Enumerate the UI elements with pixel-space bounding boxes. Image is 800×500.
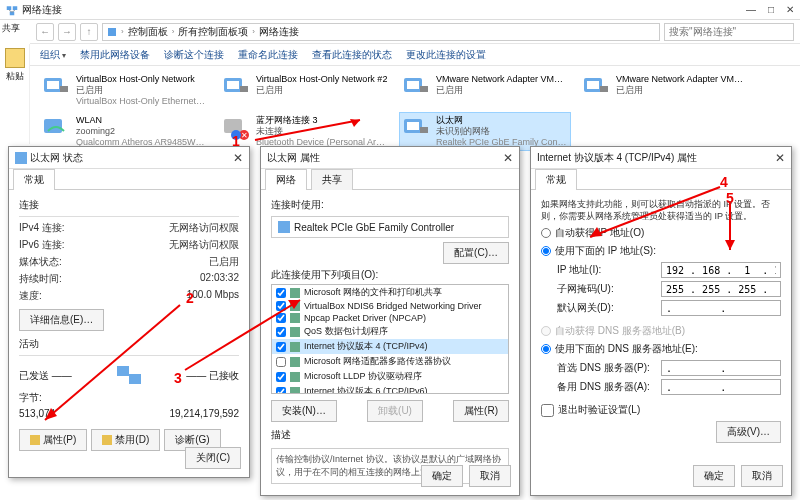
svg-rect-0 bbox=[7, 6, 12, 10]
tab-general[interactable]: 常规 bbox=[13, 169, 55, 190]
adapter-icon bbox=[222, 74, 250, 102]
adapter-icon bbox=[582, 74, 610, 102]
back-button[interactable]: ← bbox=[36, 23, 54, 41]
cancel-button[interactable]: 取消 bbox=[741, 465, 783, 487]
maximize-button[interactable]: □ bbox=[768, 4, 774, 15]
tab-sharing[interactable]: 共享 bbox=[311, 169, 353, 190]
subnet-mask-input[interactable] bbox=[661, 281, 781, 297]
recv-bytes: 19,214,179,592 bbox=[169, 408, 239, 419]
bluetooth-icon: ✕ bbox=[222, 115, 250, 143]
toolbar-change[interactable]: 更改此连接的设置 bbox=[406, 48, 486, 62]
svg-rect-32 bbox=[290, 288, 300, 298]
left-clipboard-panel: 粘贴 bbox=[0, 44, 30, 144]
paste-icon[interactable] bbox=[5, 48, 25, 68]
ok-button[interactable]: 确定 bbox=[421, 465, 463, 487]
minimize-button[interactable]: — bbox=[746, 4, 756, 15]
adapter-item[interactable]: VirtualBox Host-Only Network #2已启用 bbox=[220, 72, 390, 109]
organize-menu[interactable]: 组织 bbox=[40, 48, 66, 62]
tab-general[interactable]: 常规 bbox=[535, 169, 577, 190]
up-button[interactable]: ↑ bbox=[80, 23, 98, 41]
svg-rect-7 bbox=[47, 81, 59, 89]
svg-rect-31 bbox=[278, 221, 290, 233]
close-button[interactable]: ✕ bbox=[786, 4, 794, 15]
svg-rect-17 bbox=[600, 86, 608, 92]
tab-network[interactable]: 网络 bbox=[265, 169, 307, 190]
toolbar-rename[interactable]: 重命名此连接 bbox=[238, 48, 298, 62]
adapter-item[interactable]: VMware Network Adapter VMnet8已启用 bbox=[580, 72, 750, 109]
close-icon[interactable]: ✕ bbox=[503, 151, 513, 165]
activity-icon bbox=[115, 364, 143, 388]
svg-point-22 bbox=[231, 130, 241, 140]
nic-icon bbox=[278, 221, 290, 233]
svg-text:✕: ✕ bbox=[241, 131, 248, 140]
close-icon[interactable]: ✕ bbox=[233, 151, 243, 165]
svg-rect-19 bbox=[224, 119, 242, 133]
adapter-item-ethernet[interactable]: 以太网未识别的网络Realtek PCIe GbE Family Contr… bbox=[400, 113, 570, 150]
forward-button[interactable]: → bbox=[58, 23, 76, 41]
svg-rect-26 bbox=[15, 152, 27, 164]
svg-rect-37 bbox=[290, 357, 300, 367]
ok-button[interactable]: 确定 bbox=[693, 465, 735, 487]
svg-rect-8 bbox=[60, 86, 68, 92]
tcpipv4-item: Internet 协议版本 4 (TCP/IPv4) bbox=[272, 339, 508, 354]
svg-rect-5 bbox=[108, 28, 116, 36]
uninstall-button[interactable]: 卸载(U) bbox=[367, 400, 423, 422]
adapter-icon bbox=[402, 74, 430, 102]
dns2-input[interactable] bbox=[661, 379, 781, 395]
close-button[interactable]: 关闭(C) bbox=[185, 447, 241, 469]
advanced-button[interactable]: 高级(V)… bbox=[716, 421, 781, 443]
svg-rect-30 bbox=[102, 435, 112, 445]
svg-rect-10 bbox=[227, 81, 239, 89]
svg-rect-34 bbox=[290, 313, 300, 323]
svg-rect-25 bbox=[420, 127, 428, 133]
details-button[interactable]: 详细信息(E)… bbox=[19, 309, 104, 331]
use-ip-radio[interactable] bbox=[541, 246, 551, 256]
cancel-button[interactable]: 取消 bbox=[469, 465, 511, 487]
use-dns-radio[interactable] bbox=[541, 344, 551, 354]
item-properties-button[interactable]: 属性(R) bbox=[453, 400, 509, 422]
svg-rect-13 bbox=[407, 81, 419, 89]
adapter-item[interactable]: VMware Network Adapter VMnet1已启用 bbox=[400, 72, 570, 109]
share-tab[interactable]: 共享 bbox=[2, 22, 20, 35]
window-title: 网络连接 bbox=[22, 3, 62, 17]
gateway-input[interactable] bbox=[661, 300, 781, 316]
network-icon bbox=[6, 4, 18, 16]
install-button[interactable]: 安装(N)… bbox=[271, 400, 337, 422]
svg-rect-24 bbox=[407, 122, 419, 130]
protocol-list[interactable]: Microsoft 网络的文件和打印机共享 VirtualBox NDIS6 B… bbox=[271, 284, 509, 394]
adapter-icon bbox=[42, 74, 70, 102]
search-input[interactable] bbox=[664, 23, 794, 41]
close-icon[interactable]: ✕ bbox=[775, 151, 785, 165]
svg-rect-36 bbox=[290, 342, 300, 352]
toolbar-disable[interactable]: 禁用此网络设备 bbox=[80, 48, 150, 62]
ethernet-properties-dialog: 以太网 属性✕ 网络 共享 连接时使用: Realtek PCIe GbE Fa… bbox=[260, 146, 520, 496]
tcpipv4-properties-dialog: Internet 协议版本 4 (TCP/IPv4) 属性✕ 常规 如果网络支持… bbox=[530, 146, 792, 496]
ethernet-icon bbox=[402, 115, 430, 143]
svg-rect-18 bbox=[44, 119, 62, 133]
auto-ip-radio[interactable] bbox=[541, 228, 551, 238]
network-icon bbox=[107, 27, 117, 37]
adapter-name-box: Realtek PCIe GbE Family Controller bbox=[271, 216, 509, 238]
svg-rect-14 bbox=[420, 86, 428, 92]
properties-button[interactable]: 属性(P) bbox=[19, 429, 87, 451]
breadcrumb[interactable]: ›控制面板 ›所有控制面板项 ›网络连接 bbox=[102, 23, 660, 41]
adapter-item[interactable]: WLANzooming2Qualcomm Atheros AR9485W… bbox=[40, 113, 210, 150]
window-titlebar: 网络连接 — □ ✕ bbox=[0, 0, 800, 20]
validate-checkbox[interactable] bbox=[541, 404, 554, 417]
disable-button[interactable]: 禁用(D) bbox=[91, 429, 160, 451]
configure-button[interactable]: 配置(C)… bbox=[443, 242, 509, 264]
ip-address-input[interactable] bbox=[661, 262, 781, 278]
adapter-item[interactable]: ✕ 蓝牙网络连接 3未连接Bluetooth Device (Personal … bbox=[220, 113, 390, 150]
ethernet-status-dialog: 以太网 状态✕ 常规 连接 IPv4 连接:无网络访问权限 IPv6 连接:无网… bbox=[8, 146, 250, 478]
auto-dns-radio bbox=[541, 326, 551, 336]
svg-rect-28 bbox=[129, 374, 141, 384]
toolbar-diagnose[interactable]: 诊断这个连接 bbox=[164, 48, 224, 62]
dns1-input[interactable] bbox=[661, 360, 781, 376]
svg-rect-1 bbox=[13, 6, 18, 10]
toolbar-status[interactable]: 查看此连接的状态 bbox=[312, 48, 392, 62]
sent-bytes: 513,074 bbox=[19, 408, 55, 419]
adapter-list: VirtualBox Host-Only Network已启用VirtualBo… bbox=[30, 66, 800, 156]
svg-rect-29 bbox=[30, 435, 40, 445]
adapter-item[interactable]: VirtualBox Host-Only Network已启用VirtualBo… bbox=[40, 72, 210, 109]
svg-rect-38 bbox=[290, 372, 300, 382]
